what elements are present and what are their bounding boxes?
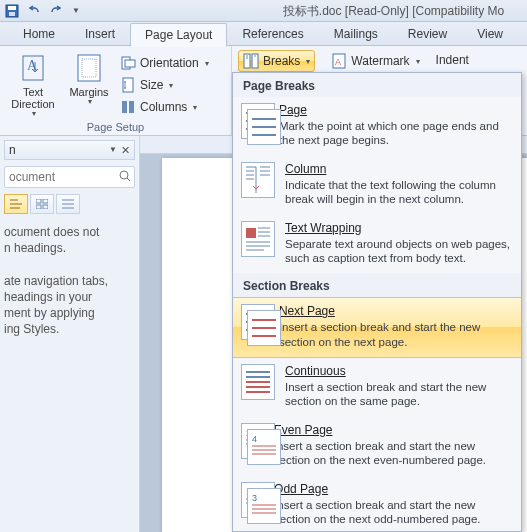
menu-item-desc: Mark the point at which one page ends an…: [279, 119, 511, 148]
watermark-icon: A: [331, 53, 347, 69]
svg-rect-10: [122, 101, 127, 113]
menu-item-page[interactable]: Page Mark the point at which one page en…: [233, 97, 521, 156]
title-bar: ▼ 投标书.doc [Read-Only] [Compatibility Mo: [0, 0, 527, 22]
nav-message-2: ate navigation tabs, headings in your me…: [4, 273, 135, 338]
text-direction-label: Text Direction: [11, 86, 54, 110]
svg-rect-18: [43, 199, 48, 203]
menu-item-title: Next Page: [279, 304, 511, 318]
menu-item-text-wrapping[interactable]: Text Wrapping Separate text around objec…: [233, 215, 521, 274]
chevron-down-icon: ▾: [88, 98, 92, 107]
chevron-down-icon[interactable]: ▼: [109, 140, 117, 160]
tab-references[interactable]: References: [227, 22, 318, 46]
svg-rect-17: [36, 199, 41, 203]
nav-view-headings[interactable]: [4, 194, 28, 214]
chevron-down-icon: ▾: [205, 59, 209, 68]
menu-item-desc: Insert a section break and start the new…: [279, 320, 511, 349]
orientation-icon: [120, 55, 136, 71]
size-button[interactable]: Size▾: [118, 74, 211, 96]
menu-item-title: Text Wrapping: [285, 221, 511, 235]
svg-rect-1: [8, 6, 16, 10]
redo-icon[interactable]: [48, 3, 64, 19]
columns-button[interactable]: Columns▾: [118, 96, 211, 118]
close-icon[interactable]: ✕: [121, 140, 130, 160]
nav-pane-title: n: [9, 140, 16, 160]
chevron-down-icon: ▾: [416, 57, 420, 66]
search-icon[interactable]: [119, 170, 131, 182]
breaks-icon: [243, 53, 259, 69]
chevron-down-icon: ▾: [306, 57, 310, 66]
menu-item-title: Even Page: [274, 423, 511, 437]
svg-rect-2: [9, 12, 15, 16]
chevron-down-icon: ▾: [193, 103, 197, 112]
orientation-label: Orientation: [140, 56, 199, 70]
tab-home[interactable]: Home: [8, 22, 70, 46]
menu-header-page-breaks: Page Breaks: [233, 73, 521, 97]
svg-text:A: A: [335, 57, 341, 67]
menu-item-title: Odd Page: [274, 482, 511, 496]
qat-dropdown-icon[interactable]: ▼: [72, 0, 80, 22]
menu-item-title: Continuous: [285, 364, 511, 378]
breaks-menu: Page Breaks Page Mark the point at which…: [232, 72, 522, 532]
watermark-label: Watermark: [351, 54, 409, 68]
tab-review[interactable]: Review: [393, 22, 462, 46]
chevron-down-icon: ▾: [169, 81, 173, 90]
margins-button[interactable]: Margins ▾: [62, 50, 116, 121]
nav-view-results[interactable]: [56, 194, 80, 214]
margins-icon: [73, 52, 105, 84]
tab-insert[interactable]: Insert: [70, 22, 130, 46]
menu-header-section-breaks: Section Breaks: [233, 273, 521, 297]
svg-point-16: [120, 171, 128, 179]
menu-item-next-page[interactable]: Next Page Insert a section break and sta…: [233, 297, 521, 358]
menu-item-even-page[interactable]: 2 4 Even Page Insert a section break and…: [233, 417, 521, 476]
document-title: 投标书.doc [Read-Only] [Compatibility Mo: [23, 0, 504, 22]
tab-page-layout[interactable]: Page Layout: [130, 23, 227, 47]
nav-message-1: ocument does not n headings.: [4, 224, 135, 256]
chevron-down-icon: ▾: [32, 110, 36, 119]
breaks-button[interactable]: Breaks ▾: [238, 50, 315, 72]
columns-icon: [120, 99, 136, 115]
ribbon-tabs: Home Insert Page Layout References Maili…: [0, 22, 527, 46]
menu-item-desc: Separate text around objects on web page…: [285, 237, 511, 266]
menu-item-column[interactable]: Column Indicate that the text following …: [233, 156, 521, 215]
breaks-label: Breaks: [263, 54, 300, 68]
svg-rect-19: [36, 205, 41, 209]
undo-icon[interactable]: [26, 3, 42, 19]
navigation-pane: n ▼ ✕ ocument does not n headings. ate n…: [0, 136, 140, 532]
menu-item-desc: Insert a section break and start the new…: [285, 380, 511, 409]
page-setup-label: Page Setup: [0, 121, 231, 133]
text-direction-button[interactable]: A Text Direction ▾: [6, 50, 60, 121]
tab-mailings[interactable]: Mailings: [319, 22, 393, 46]
svg-rect-11: [129, 101, 134, 113]
menu-item-title: Page: [279, 103, 511, 117]
nav-view-pages[interactable]: [30, 194, 54, 214]
svg-text:3: 3: [252, 493, 257, 503]
columns-label: Columns: [140, 100, 187, 114]
group-page-setup: A Text Direction ▾ Margins ▾ Orientation…: [0, 46, 232, 135]
menu-item-title: Column: [285, 162, 511, 176]
text-direction-icon: A: [17, 52, 49, 84]
tab-view[interactable]: View: [462, 22, 518, 46]
menu-item-continuous[interactable]: Continuous Insert a section break and st…: [233, 358, 521, 417]
svg-text:4: 4: [252, 434, 257, 444]
svg-rect-20: [43, 205, 48, 209]
menu-item-desc: Insert a section break and start the new…: [274, 439, 511, 468]
quick-access-toolbar: ▼: [0, 0, 80, 22]
size-label: Size: [140, 78, 163, 92]
menu-item-desc: Insert a section break and start the new…: [274, 498, 511, 527]
svg-rect-21: [246, 228, 256, 238]
nav-view-buttons: [4, 194, 135, 214]
menu-item-odd-page[interactable]: 1 3 Odd Page Insert a section break and …: [233, 476, 521, 533]
nav-pane-header: n ▼ ✕: [4, 140, 135, 160]
indent-label: Indent: [436, 50, 469, 67]
watermark-button[interactable]: A Watermark▾: [329, 50, 421, 72]
menu-item-desc: Indicate that the text following the col…: [285, 178, 511, 207]
svg-rect-8: [125, 60, 135, 67]
nav-search-input[interactable]: [4, 166, 135, 188]
size-icon: [120, 77, 136, 93]
orientation-button[interactable]: Orientation▾: [118, 52, 211, 74]
save-icon[interactable]: [4, 3, 20, 19]
